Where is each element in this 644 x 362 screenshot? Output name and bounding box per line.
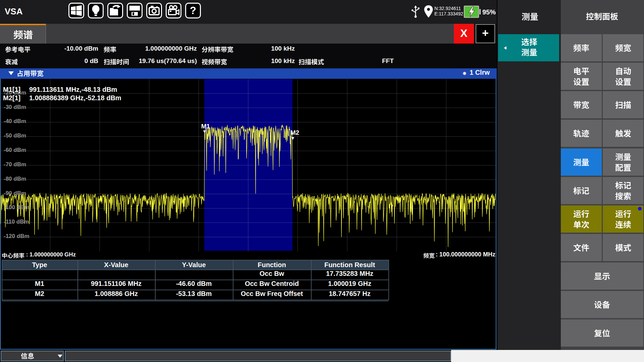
svg-text:M1: M1 — [201, 123, 210, 130]
svg-text:M2: M2 — [290, 129, 299, 136]
